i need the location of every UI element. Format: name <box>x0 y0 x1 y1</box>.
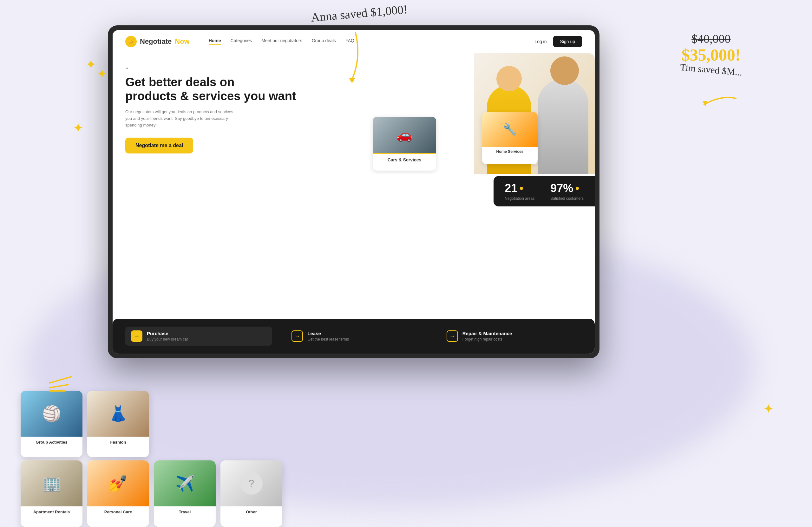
category-menu: → Purchase Buy your new dream car → Leas… <box>113 319 595 354</box>
svg-marker-3 <box>349 78 355 83</box>
anna-saved-annotation: Anna saved $1,000! <box>310 2 408 25</box>
lease-subtitle: Get the best lease terms <box>307 337 349 341</box>
stat-label-satisfaction: Satisfied customers <box>550 196 584 201</box>
logo-negotiate: Negotiate <box>140 38 172 46</box>
login-button[interactable]: Log in <box>535 39 547 44</box>
repair-title: Repair & Maintenance <box>462 331 512 336</box>
cat-card-fashion[interactable]: 👗 Fashion <box>87 391 149 457</box>
nav-actions: Log in Sign up <box>535 36 582 47</box>
svg-line-1 <box>49 385 68 388</box>
personal-care-label: Personal Care <box>87 507 149 517</box>
star-icon-2: ✦ <box>97 67 107 81</box>
lease-text: Lease Get the best lease terms <box>307 331 349 341</box>
purchase-arrow-icon: → <box>131 331 142 342</box>
nav-categories[interactable]: Categories <box>231 38 252 45</box>
menu-divider-2 <box>437 328 437 344</box>
stats-bar: 21 Negotiation areas 97% Satisfied custo… <box>494 176 595 206</box>
logo-icon: 🤝 <box>125 36 137 47</box>
nav-group-deals[interactable]: Group deals <box>312 38 336 45</box>
star-icon-3: ✦ <box>763 401 774 416</box>
svg-line-0 <box>49 377 71 383</box>
travel-icon: ✈️ <box>175 475 194 493</box>
repair-text: Repair & Maintenance Forget high repair … <box>462 331 512 341</box>
purchase-text: Purchase Buy your new dream car <box>147 331 188 341</box>
other-question-icon: ? <box>241 472 263 495</box>
stat-label-negotiation: Negotiation areas <box>505 196 535 201</box>
group-activities-icon: 🏐 <box>42 405 61 423</box>
personal-care-icon: 💅 <box>109 475 128 493</box>
price-annotation: $40,000 $35,000! Tim saved $M... <box>680 32 742 75</box>
negotiate-cta-button[interactable]: Negotiate me a deal <box>125 137 193 153</box>
lease-title: Lease <box>307 331 349 336</box>
stat-number-97: 97% <box>550 182 584 195</box>
logo[interactable]: 🤝 Negotiate Now <box>125 36 190 47</box>
cat-card-apartment[interactable]: 🏢 Apartment Rentals <box>20 460 83 527</box>
menu-purchase[interactable]: → Purchase Buy your new dream car <box>125 326 272 346</box>
stat-negotiation: 21 Negotiation areas <box>505 182 535 201</box>
fashion-icon: 👗 <box>109 405 128 423</box>
personal-care-image: 💅 <box>87 460 149 507</box>
menu-lease[interactable]: → Lease Get the best lease terms <box>291 331 427 342</box>
anna-arrow <box>343 32 368 84</box>
lease-arrow-icon: → <box>291 331 303 342</box>
cat-card-travel[interactable]: ✈️ Travel <box>154 460 216 527</box>
fashion-label: Fashion <box>87 437 149 448</box>
other-image: ? <box>220 460 282 507</box>
apartment-icon: 🏢 <box>42 475 61 493</box>
apartment-image: 🏢 <box>20 460 83 507</box>
repair-subtitle: Forget high repair costs <box>462 337 512 341</box>
group-activities-label: Group Activities <box>20 437 83 448</box>
fashion-image: 👗 <box>87 391 149 437</box>
menu-repair[interactable]: → Repair & Maintenance Forget high repai… <box>447 331 582 342</box>
stat-satisfaction: 97% Satisfied customers <box>550 182 584 201</box>
apartment-label: Apartment Rentals <box>20 507 83 517</box>
group-activities-image: 🏐 <box>20 391 83 437</box>
star-icon-1: ✦ <box>86 57 97 72</box>
old-price: $40,000 <box>680 32 742 46</box>
other-label: Other <box>220 507 282 517</box>
stat-dot-2 <box>576 187 579 190</box>
logo-now: Now <box>175 38 189 46</box>
nav-home[interactable]: Home <box>209 38 221 45</box>
price-arrow <box>701 92 739 112</box>
stat-dot-1 <box>520 187 523 190</box>
travel-image: ✈️ <box>154 460 216 507</box>
purchase-subtitle: Buy your new dream car <box>147 337 188 341</box>
deco-lines-left <box>49 374 74 394</box>
new-price: $35,000! <box>680 46 742 64</box>
purchase-title: Purchase <box>147 331 188 336</box>
nav-negotiators[interactable]: Meet our negotiators <box>261 38 302 45</box>
cat-card-personal-care[interactable]: 💅 Personal Care <box>87 460 149 527</box>
repair-arrow-icon: → <box>447 331 458 342</box>
star-icon-4: ✦ <box>73 120 84 135</box>
hero-description: Our negotiators will get you deals on pr… <box>125 109 240 128</box>
travel-label: Travel <box>154 507 216 517</box>
stat-number-21: 21 <box>505 182 535 195</box>
cat-card-other[interactable]: ? Other <box>220 460 282 527</box>
cat-card-group-activities[interactable]: 🏐 Group Activities <box>20 391 83 457</box>
signup-button[interactable]: Sign up <box>553 36 582 47</box>
